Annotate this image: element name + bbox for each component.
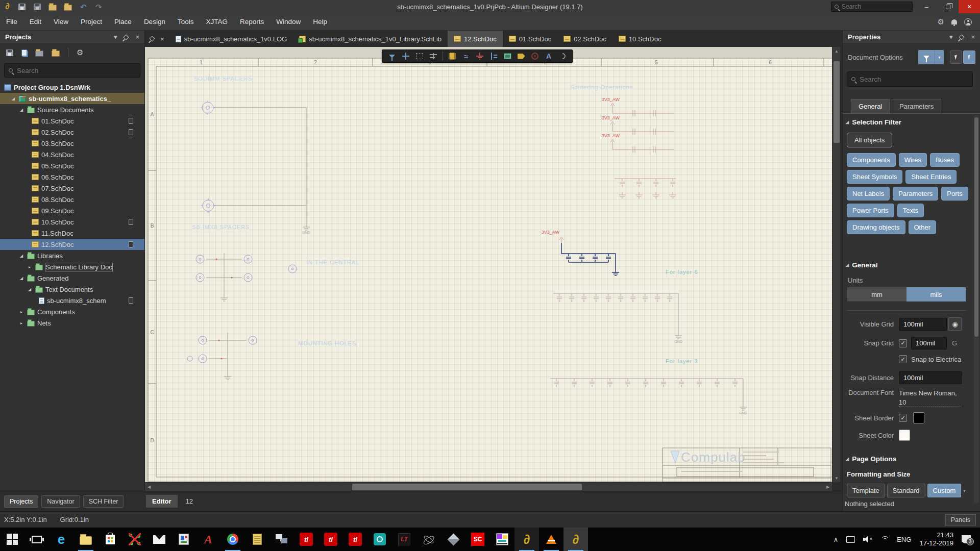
filter-drawing-objects-button[interactable]: Drawing objects — [847, 220, 905, 234]
menu-design[interactable]: Design — [138, 13, 172, 30]
open-project-button[interactable] — [62, 1, 74, 12]
collapse-icon[interactable]: ◢ — [18, 108, 24, 112]
canvas-horizontal-scrollbar[interactable]: ◀ ▶ — [145, 482, 832, 491]
tree-item-generated[interactable]: ◢Generated — [0, 272, 144, 284]
volume-muted-icon[interactable]: × — [863, 536, 872, 543]
panel-pin-icon[interactable] — [124, 34, 129, 40]
projects-search-input[interactable] — [17, 67, 119, 74]
tablet-mode-icon[interactable] — [846, 536, 855, 543]
tray-chevron-icon[interactable]: ∧ — [834, 536, 839, 543]
place-harness-icon[interactable] — [517, 52, 526, 61]
save-project-icon[interactable] — [6, 49, 13, 56]
all-objects-button[interactable]: All objects — [847, 133, 892, 147]
filter-sheet-entries-button[interactable]: Sheet Entries — [905, 170, 957, 184]
tab-page-12[interactable]: 12 — [180, 495, 199, 508]
place-part-icon[interactable] — [448, 52, 457, 61]
schematic-canvas[interactable]: 1 2 3 4 5 6 A B C D SODIMM SPACERS Solde… — [145, 47, 832, 482]
filter-icon[interactable] — [387, 52, 397, 61]
tree-item-04schdoc[interactable]: 04.SchDoc — [0, 149, 144, 160]
snap-electrical-checkbox[interactable]: ✓ — [899, 355, 907, 363]
snap-grid-field[interactable]: 100mil — [911, 337, 947, 349]
place-sheet-symbol-icon[interactable] — [503, 52, 512, 61]
menu-project[interactable]: Project — [75, 13, 108, 30]
collapse-icon[interactable]: ◢ — [18, 254, 24, 258]
file-explorer-taskbar-icon[interactable] — [74, 528, 98, 551]
panel-pin-icon[interactable] — [959, 34, 965, 40]
global-search-box[interactable] — [831, 2, 913, 12]
tree-item-libraries[interactable]: ◢Libraries — [0, 250, 144, 261]
altium-taskbar-icon[interactable]: ∂ — [514, 528, 539, 551]
menu-file[interactable]: File — [0, 13, 23, 30]
projects-settings-icon[interactable]: ⚙ — [77, 48, 83, 57]
align-icon[interactable] — [429, 52, 438, 61]
move-cross-icon[interactable] — [401, 52, 410, 61]
notifications-bell-icon[interactable] — [951, 19, 957, 24]
collapse-icon[interactable]: ◢ — [18, 276, 24, 281]
panel-dropdown-icon[interactable]: ▾ — [949, 33, 953, 41]
place-no-erc-icon[interactable]: × — [530, 52, 540, 61]
mode-standard-button[interactable]: Standard — [887, 484, 925, 497]
units-mils-button[interactable]: mils — [906, 287, 966, 302]
global-search-input[interactable] — [842, 3, 898, 10]
tab-parameters[interactable]: Parameters — [892, 99, 941, 113]
units-mm-button[interactable]: mm — [847, 287, 906, 302]
filter-components-button[interactable]: Components — [847, 153, 896, 167]
filter-net-labels-button[interactable]: Net Labels — [847, 187, 890, 201]
taskbar-clock[interactable]: 21:43 17-12-2019 — [920, 531, 954, 548]
vlc-taskbar-icon[interactable] — [539, 528, 564, 551]
tree-item-text-doc[interactable]: sb-ucmimx8_schem — [0, 295, 144, 306]
sheet-border-checkbox[interactable]: ✓ — [899, 414, 907, 422]
tab-schlib[interactable]: sb-ucmimx8_schematics_1v0_Library.SchLib — [293, 31, 448, 47]
filter-sheet-symbols-button[interactable]: Sheet Symbols — [847, 170, 902, 184]
menu-tools[interactable]: Tools — [172, 13, 200, 30]
tree-item-10schdoc[interactable]: 10.SchDoc — [0, 216, 144, 228]
teal-app-taskbar-icon[interactable] — [368, 528, 392, 551]
project-options-icon[interactable] — [52, 51, 60, 57]
tree-item-source-documents[interactable]: ◢Source Documents — [0, 104, 144, 115]
waveform-app-taskbar-icon[interactable] — [122, 528, 147, 551]
ti-app1-taskbar-icon[interactable]: ti — [294, 528, 318, 551]
schematic-doc-taskbar-icon[interactable] — [245, 528, 270, 551]
mail-taskbar-icon[interactable] — [147, 528, 172, 551]
mode-custom-button[interactable]: Custom — [927, 484, 962, 497]
tabbar-close-icon[interactable]: × — [160, 35, 164, 43]
ti-app2-taskbar-icon[interactable]: ti — [318, 528, 343, 551]
tab-editor[interactable]: Editor — [146, 495, 178, 508]
collapse-icon[interactable]: ◢ — [10, 96, 16, 101]
panels-button[interactable]: Panels — [945, 514, 976, 525]
tree-item-07schdoc[interactable]: 07.SchDoc — [0, 183, 144, 194]
layout-app-taskbar-icon[interactable] — [490, 528, 514, 551]
properties-search-input[interactable] — [860, 76, 957, 83]
tree-item-dsnwrk[interactable]: Project Group 1.DsnWrk — [0, 82, 144, 93]
tree-item-05schdo[interactable]: 05.SchDoc — [0, 160, 144, 171]
collapse-icon[interactable]: ◢ — [27, 287, 33, 292]
menu-view[interactable]: View — [47, 13, 75, 30]
undo-button[interactable]: ↶ — [78, 1, 89, 12]
edge-taskbar-icon[interactable]: e — [49, 528, 74, 551]
close-button[interactable]: × — [959, 0, 980, 13]
scroll-right-icon[interactable]: ▶ — [824, 483, 832, 491]
filter-ports-button[interactable]: Ports — [941, 187, 968, 201]
place-wire-icon[interactable]: ≈ — [461, 52, 471, 61]
mode-dropdown-icon[interactable]: ▾ — [963, 488, 966, 493]
compile-project-icon[interactable] — [21, 49, 27, 56]
panel-close-icon[interactable]: × — [971, 33, 975, 41]
filter-button[interactable] — [918, 50, 935, 64]
projects-search-box[interactable] — [4, 63, 140, 78]
properties-scrollbar[interactable] — [974, 115, 979, 503]
ltspice-taskbar-icon[interactable]: LT — [392, 528, 416, 551]
tab-01schdoc[interactable]: 01.SchDoc — [503, 31, 558, 47]
filter-texts-button[interactable]: Texts — [897, 204, 924, 217]
visible-grid-eye-button[interactable]: ◉ — [948, 317, 962, 331]
altium-active-taskbar-icon[interactable]: ∂ — [564, 528, 588, 551]
settings-gear-icon[interactable]: ⚙ — [938, 17, 944, 27]
tree-item-text-documents[interactable]: ◢Text Documents — [0, 284, 144, 295]
open-button[interactable] — [47, 1, 58, 12]
tabbar-pin-icon[interactable] — [149, 36, 155, 41]
snap-distance-field[interactable]: 100mil — [899, 371, 962, 384]
canvas-vertical-scrollbar[interactable]: ▲ ▼ — [832, 47, 840, 482]
sheet-border-color-swatch[interactable] — [913, 412, 924, 423]
scroll-down-icon[interactable]: ▼ — [832, 474, 841, 482]
sc-app-taskbar-icon[interactable]: SC — [465, 528, 490, 551]
place-arc-icon[interactable] — [558, 52, 567, 61]
